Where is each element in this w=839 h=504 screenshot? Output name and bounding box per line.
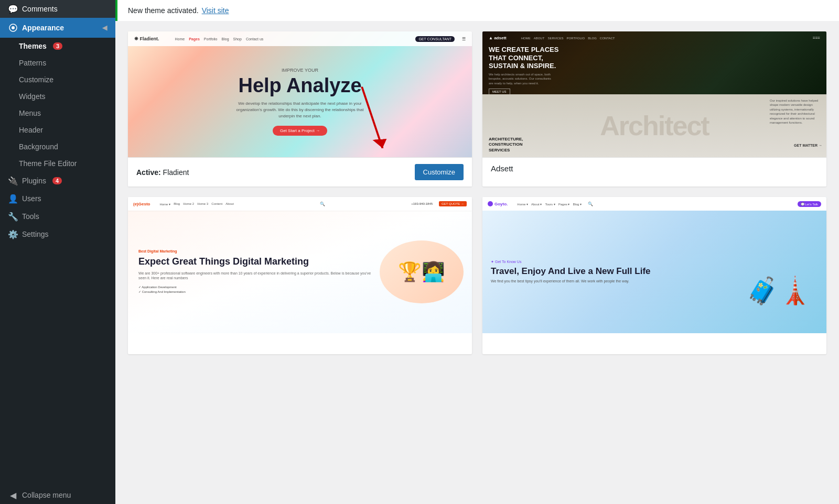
plugins-badge: 4 xyxy=(52,177,62,184)
sidebar-item-themes-label: Themes xyxy=(19,42,47,50)
goyto-suitcase-icon: 🧳🗼 xyxy=(746,276,811,306)
adsett-bottom: Architect ARCHITECTURE,CONSTRUCTIONSERVI… xyxy=(482,94,826,157)
theme-card-goyto[interactable]: Goyto. Home ▾ About ▾ Tours ▾ Pages ▾ Bl… xyxy=(482,197,826,354)
adsett-nav-services: SERVICES xyxy=(547,37,563,40)
themes-grid: ❋ Fladient. Home Pages Portfolio Blog Sh… xyxy=(128,31,826,354)
sidebar-item-comments-label: Comments xyxy=(22,5,58,13)
fladient-logo: ❋ Fladient. xyxy=(134,36,159,41)
gesto-small-tag: Best Digital Marketing xyxy=(138,249,380,253)
goyto-get-know: ✦ Get To Know Us xyxy=(491,260,739,264)
gesto-quote-btn: GET QUOTE → xyxy=(439,201,467,206)
comments-icon: 💬 xyxy=(8,4,18,14)
sidebar: 💬 Comments Appearance ◀ Themes 3 Pattern… xyxy=(0,0,115,504)
sidebar-item-patterns[interactable]: Patterns xyxy=(0,54,115,71)
goyto-hero: ✦ Get To Know Us Travel, Enjoy And Live … xyxy=(482,211,826,333)
sidebar-item-users[interactable]: 👤 Users xyxy=(0,190,115,207)
adsett-get-matter: GET MATTER → xyxy=(794,139,822,149)
activation-notice: New theme activated. Visit site xyxy=(115,0,839,21)
sidebar-item-settings-label: Settings xyxy=(22,230,49,238)
sidebar-item-appearance[interactable]: Appearance ◀ xyxy=(0,18,115,38)
gesto-hero-illustration: 🏆👩‍💻 xyxy=(380,240,464,303)
themes-badge: 3 xyxy=(53,42,62,50)
sidebar-item-collapse-menu[interactable]: ◀ Collapse menu xyxy=(0,486,115,504)
sidebar-item-background-label: Background xyxy=(19,143,58,151)
sidebar-item-themes[interactable]: Themes 3 xyxy=(0,38,115,54)
goyto-hero-illustration: 🧳🗼 xyxy=(739,238,818,306)
gesto-contact: +193-940-1845 xyxy=(411,202,433,205)
sidebar-item-tools-label: Tools xyxy=(22,212,39,221)
appearance-icon xyxy=(8,23,18,32)
goyto-search-icon: 🔍 xyxy=(588,202,593,206)
sidebar-item-tools[interactable]: 🔧 Tools xyxy=(0,207,115,225)
fladient-preview: ❋ Fladient. Home Pages Portfolio Blog Sh… xyxy=(128,31,472,157)
sidebar-item-background[interactable]: Background xyxy=(0,138,115,155)
sidebar-item-customize[interactable]: Customize xyxy=(0,71,115,88)
sidebar-item-header[interactable]: Header xyxy=(0,122,115,138)
gesto-nav-links: Home ▾ Blog Home 2 Home 3 Content About xyxy=(159,202,233,206)
main-content: New theme activated. Visit site ❋ Fladie… xyxy=(115,0,839,504)
goyto-desc: We find you the best tipsy you'll experi… xyxy=(491,279,739,284)
goyto-preview: Goyto. Home ▾ About ▾ Tours ▾ Pages ▾ Bl… xyxy=(482,197,826,333)
tools-icon: 🔧 xyxy=(8,212,18,221)
adsett-bottom-info: ARCHITECTURE,CONSTRUCTIONSERVICES xyxy=(489,137,523,153)
fladient-nav-home: Home xyxy=(175,37,185,41)
svg-point-1 xyxy=(12,26,15,29)
fladient-menu-icon: ☰ xyxy=(462,37,466,41)
sidebar-item-widgets[interactable]: Widgets xyxy=(0,88,115,105)
adsett-arch-text: Architect xyxy=(600,110,708,141)
adsett-right-text: Our inspired solutions have helped shape… xyxy=(770,98,822,125)
fladient-heading: Help Analyze xyxy=(238,75,361,97)
adsett-nav-contact: CONTACT xyxy=(600,37,615,40)
goyto-logo: Goyto. xyxy=(488,201,508,206)
fladient-cta: Get Start a Project → xyxy=(273,126,327,136)
adsett-name: Adsett xyxy=(491,164,513,173)
fladient-nav-contact: Contact us xyxy=(246,37,263,41)
sidebar-item-users-label: Users xyxy=(22,194,41,203)
fladient-nav-blog: Blog xyxy=(222,37,229,41)
adsett-sub: We help architects smash out of space, b… xyxy=(489,72,552,85)
theme-card-gesto[interactable]: (e)Gesto Home ▾ Blog Home 2 Home 3 Conte… xyxy=(128,197,472,354)
theme-card-fladient[interactable]: ❋ Fladient. Home Pages Portfolio Blog Sh… xyxy=(128,31,472,187)
gesto-check-2: ✓ Consulting And Implementation xyxy=(138,290,380,293)
gesto-logo: (e)Gesto xyxy=(133,202,150,206)
gesto-check-1: ✓ Application Development xyxy=(138,285,380,289)
fladient-customize-button[interactable]: Customize xyxy=(415,164,464,180)
fladient-small-text: IMPROVE YOUR xyxy=(282,68,318,73)
gesto-hero: Best Digital Marketing Expect Great Thin… xyxy=(128,211,472,333)
adsett-nav: ▲ adsett HOME ABOUT SERVICES PORTFOLIO B… xyxy=(489,36,820,40)
adsett-nav-blog: BLOG xyxy=(588,37,597,40)
sidebar-item-patterns-label: Patterns xyxy=(19,59,46,67)
fladient-nav-links: Home Pages Portfolio Blog Shop Contact u… xyxy=(175,37,264,41)
adsett-nav-links: HOME ABOUT SERVICES PORTFOLIO BLOG CONTA… xyxy=(521,37,615,40)
sidebar-item-settings[interactable]: ⚙️ Settings xyxy=(0,225,115,243)
fladient-footer: Active: Fladient Customize xyxy=(128,157,472,187)
sidebar-item-customize-label: Customize xyxy=(19,75,53,84)
sidebar-item-menus[interactable]: Menus xyxy=(0,105,115,122)
collapse-icon: ◀ xyxy=(8,490,18,500)
notice-text: New theme activated. xyxy=(128,6,199,15)
sidebar-item-comments[interactable]: 💬 Comments xyxy=(0,0,115,18)
adsett-footer: Adsett xyxy=(482,157,826,179)
theme-card-adsett[interactable]: ▲ adsett HOME ABOUT SERVICES PORTFOLIO B… xyxy=(482,31,826,187)
adsett-nav-about: ABOUT xyxy=(534,37,545,40)
fladient-nav-shop: Shop xyxy=(233,37,242,41)
gesto-preview: (e)Gesto Home ▾ Blog Home 2 Home 3 Conte… xyxy=(128,197,472,333)
adsett-headline: WE CREATE PLACES THAT CONNECT, SUSTAIN &… xyxy=(489,46,562,70)
themes-area: ❋ Fladient. Home Pages Portfolio Blog Sh… xyxy=(115,21,839,504)
sidebar-item-collapse-label: Collapse menu xyxy=(22,491,71,499)
sidebar-item-theme-file-editor[interactable]: Theme File Editor xyxy=(0,155,115,172)
fladient-get-btn: GET CONSULTANT xyxy=(415,36,455,42)
active-label: Active: xyxy=(136,168,161,177)
goyto-logo-dot xyxy=(488,201,493,206)
adsett-menu: ≡≡≡ xyxy=(813,36,820,40)
appearance-arrow: ◀ xyxy=(102,24,107,31)
fladient-nav: ❋ Fladient. Home Pages Portfolio Blog Sh… xyxy=(128,31,472,46)
visit-site-link[interactable]: Visit site xyxy=(202,6,229,15)
sidebar-item-plugins[interactable]: 🔌 Plugins 4 xyxy=(0,172,115,190)
plugins-icon: 🔌 xyxy=(8,176,18,185)
gesto-desc: We are 300+ professional software engine… xyxy=(138,271,380,281)
goyto-nav: Goyto. Home ▾ About ▾ Tours ▾ Pages ▾ Bl… xyxy=(482,197,826,211)
sidebar-item-theme-file-editor-label: Theme File Editor xyxy=(19,159,77,168)
sidebar-item-menus-label: Menus xyxy=(19,109,41,117)
fladient-nav-portfolio: Portfolio xyxy=(204,37,218,41)
